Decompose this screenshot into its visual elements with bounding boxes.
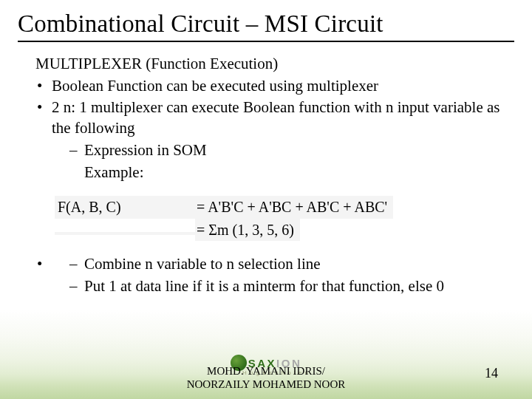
sub-bullet-list: Expression in SOM Example: (52, 140, 514, 183)
bullet-item-continued: Combine n variable to n selection line P… (35, 254, 514, 296)
sub-bullet-text: Combine n variable to n selection line (84, 255, 321, 273)
slide-footer: SAXION H o g e s c h o l e n MOHD. YAMAN… (0, 355, 532, 392)
sub-bullet-text: Example: (84, 163, 143, 181)
sub-bullet-text: Put 1 at data line if it is a minterm fo… (84, 277, 444, 295)
slide-body: MULTIPLEXER (Function Execution) Boolean… (18, 54, 514, 297)
sub-bullet-item: Put 1 at data line if it is a minterm fo… (69, 276, 514, 297)
section-subheading: MULTIPLEXER (Function Execution) (35, 54, 514, 75)
bullet-list: Boolean Function can be executed using m… (35, 76, 514, 183)
sub-bullet-text: Expression in SOM (84, 141, 207, 159)
bullet-item: 2 n: 1 multiplexer can execute Boolean f… (35, 98, 514, 183)
equation-rhs: = A'B'C + A'BC + AB'C + ABC' (195, 196, 393, 218)
page-number: 14 (485, 366, 498, 381)
bullet-item: Boolean Function can be executed using m… (35, 76, 514, 97)
equation-row: = Σm (1, 3, 5, 6) (55, 219, 514, 241)
sub-bullet-item: Expression in SOM (69, 140, 514, 161)
sub-bullet-item: Combine n variable to n selection line (69, 254, 514, 275)
equation-block: F(A, B, C) = A'B'C + A'BC + AB'C + ABC' … (55, 196, 514, 241)
author-line: NOORZAILY MOHAMED NOOR (187, 378, 346, 390)
slide: Combinational Circuit – MSI Circuit MULT… (0, 0, 532, 399)
equation-row: F(A, B, C) = A'B'C + A'BC + AB'C + ABC' (55, 196, 514, 218)
author-credit: MOHD. YAMANI IDRIS/ NOORZAILY MOHAMED NO… (0, 364, 532, 392)
equation-lhs-empty (55, 232, 195, 235)
sub-bullet-item: Example: (69, 163, 514, 183)
author-line: MOHD. YAMANI IDRIS/ (207, 365, 325, 377)
sub-bullet-list: Combine n variable to n selection line P… (52, 254, 514, 296)
bullet-text: 2 n: 1 multiplexer can execute Boolean f… (52, 98, 500, 137)
bullet-list: Combine n variable to n selection line P… (35, 254, 514, 296)
equation-rhs: = Σm (1, 3, 5, 6) (195, 219, 300, 241)
equation-lhs: F(A, B, C) (55, 196, 195, 218)
slide-title: Combinational Circuit – MSI Circuit (18, 10, 514, 42)
bullet-text: Boolean Function can be executed using m… (52, 77, 378, 95)
